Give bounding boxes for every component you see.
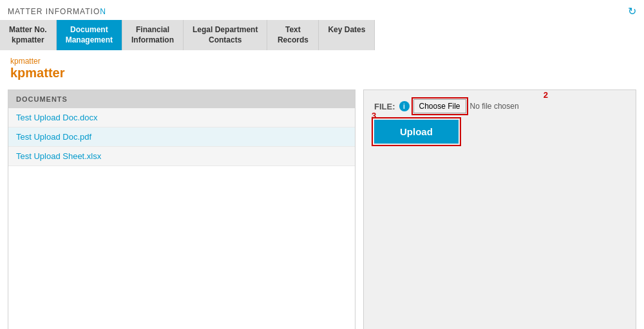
list-item[interactable]: Test Upload Doc.pdf	[8, 127, 355, 147]
tab-legal-department-contacts[interactable]: Legal Department Contacts	[184, 20, 267, 50]
file-label: FILE:	[374, 102, 395, 111]
no-file-text: No file chosen	[470, 102, 519, 111]
tab-document-management[interactable]: Document Management	[57, 20, 122, 50]
page-title: MATTER INFORMATION	[8, 7, 106, 16]
matter-info: kpmatter kpmatter	[0, 50, 644, 84]
tab-bar: Matter No. kpmatter Document Management …	[0, 20, 644, 50]
matter-title: kpmatter	[10, 66, 634, 80]
step2-number: 2	[544, 90, 548, 100]
info-icon[interactable]: i	[399, 101, 410, 111]
list-item[interactable]: Test Upload Doc.docx	[8, 108, 355, 127]
tab-text-records[interactable]: Text Records	[267, 20, 319, 50]
documents-header: DOCUMENTS	[8, 90, 355, 108]
tab-matter-no[interactable]: Matter No. kpmatter	[0, 20, 57, 50]
matter-breadcrumb: kpmatter	[10, 57, 634, 66]
tab-key-dates[interactable]: Key Dates	[319, 20, 375, 50]
refresh-icon[interactable]: ↻	[628, 5, 636, 17]
list-item[interactable]: Test Upload Sheet.xlsx	[8, 147, 355, 166]
step3-number: 3	[372, 111, 376, 120]
upload-button[interactable]: Upload	[374, 120, 459, 144]
choose-file-button[interactable]: Choose File	[413, 99, 466, 113]
upload-panel: 2 FILE: i Choose File No file chosen 3 U…	[363, 89, 636, 329]
tab-financial-information[interactable]: Financial Information	[122, 20, 184, 50]
file-upload-row: 2 FILE: i Choose File No file chosen	[374, 99, 625, 113]
main-content: DOCUMENTS Test Upload Doc.docx Test Uplo…	[0, 84, 644, 329]
page-header: MATTER INFORMATION ↻	[0, 0, 644, 20]
documents-panel: DOCUMENTS Test Upload Doc.docx Test Uplo…	[8, 89, 355, 329]
upload-button-row: 3 Upload	[374, 120, 625, 144]
